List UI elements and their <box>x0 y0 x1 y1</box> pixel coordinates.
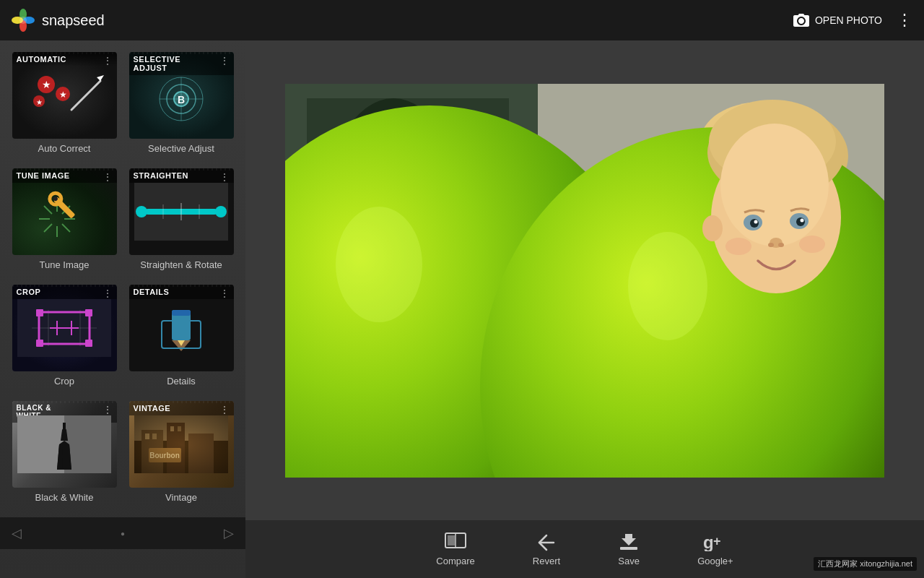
watermark-text: 汇西龙网家 xitongzhijia.net <box>818 559 912 568</box>
svg-point-4 <box>19 17 27 24</box>
more-options-icon[interactable]: ⋮ <box>897 11 912 30</box>
save-label: Save <box>618 556 640 566</box>
svg-line-23 <box>44 206 52 214</box>
tool-item-selective-adjust[interactable]: SELECTIVEADJUST ⋮ B <box>123 46 240 163</box>
tool-name-auto-correct: Auto Correct <box>38 143 91 154</box>
svg-line-26 <box>44 224 52 232</box>
details-art <box>134 299 228 357</box>
revert-label: Revert <box>533 556 560 566</box>
tool-item-bw[interactable]: BLACK &WHITE ⋮ <box>6 395 123 512</box>
sidebar-nav-dot: ● <box>121 530 125 538</box>
tool-item-tune-image[interactable]: TUNE IMAGE ⋮ <box>6 163 123 279</box>
tool-name-bw: Black & White <box>35 492 94 503</box>
svg-rect-52 <box>172 310 191 316</box>
googleplus-button[interactable]: g + Google+ <box>697 532 733 566</box>
topbar-right: OPEN PHOTO ⋮ <box>793 11 912 30</box>
save-icon <box>618 532 640 551</box>
vintage-art: Bourbon <box>134 415 228 473</box>
svg-text:★: ★ <box>36 98 43 106</box>
tool-thumb-crop: CROP ⋮ <box>12 285 117 371</box>
selective-art: B <box>138 66 225 124</box>
svg-point-104 <box>628 232 707 340</box>
watermark: 汇西龙网家 xitongzhijia.net <box>814 557 917 571</box>
svg-rect-43 <box>85 309 92 316</box>
svg-rect-64 <box>60 448 69 449</box>
svg-point-119 <box>799 236 825 253</box>
tool-thumb-bw: BLACK &WHITE ⋮ <box>12 401 117 488</box>
save-button[interactable]: Save <box>618 532 640 566</box>
sidebar-nav-right[interactable]: ▷ <box>224 525 234 541</box>
content-area: Compare Revert Save g + <box>245 40 924 578</box>
tune-art <box>21 183 108 241</box>
compare-icon <box>445 532 466 551</box>
photo-canvas <box>285 84 884 478</box>
svg-point-112 <box>796 217 805 226</box>
svg-text:+: + <box>713 534 721 548</box>
svg-rect-57 <box>17 415 64 473</box>
tool-item-crop[interactable]: CROP ⋮ <box>6 279 123 395</box>
sidebar: AUTOMATIC ⋮ ★ ★ ★ <box>0 40 245 578</box>
svg-point-120 <box>702 215 723 241</box>
svg-point-113 <box>754 220 758 223</box>
tool-item-details[interactable]: DETAILS ⋮ <box>123 279 240 395</box>
open-photo-button[interactable]: OPEN PHOTO <box>793 14 882 27</box>
straighten-art <box>134 183 228 241</box>
auto-correct-art: ★ ★ ★ <box>21 66 108 124</box>
tool-thumb-straighten: STRAIGHTEN ⋮ <box>129 168 234 255</box>
tool-name-vintage: Vintage <box>165 492 197 503</box>
tool-item-straighten[interactable]: STRAIGHTEN ⋮ <box>123 163 240 279</box>
svg-point-108 <box>720 124 829 246</box>
svg-point-114 <box>801 218 804 222</box>
svg-line-24 <box>62 224 70 232</box>
tool-item-vintage[interactable]: VINTAGE ⋮ <box>123 395 240 512</box>
thumb-inner-vintage: Bourbon <box>129 401 234 488</box>
svg-point-118 <box>725 238 751 255</box>
tool-thumb-details: DETAILS ⋮ <box>129 285 234 371</box>
thumb-inner-bw <box>12 401 117 488</box>
tool-name-straighten: Straighten & Rotate <box>140 259 222 270</box>
svg-text:★: ★ <box>42 79 51 90</box>
thumb-inner-tune <box>12 168 117 255</box>
svg-point-32 <box>136 206 147 217</box>
tool-thumb-auto-correct: AUTOMATIC ⋮ ★ ★ ★ <box>12 52 117 139</box>
svg-rect-124 <box>620 547 637 550</box>
thumb-inner-details <box>129 285 234 371</box>
thumb-inner-auto: ★ ★ ★ <box>12 52 117 139</box>
bw-art <box>17 415 111 473</box>
revert-button[interactable]: Revert <box>533 532 560 566</box>
revert-icon <box>536 532 557 551</box>
svg-text:g: g <box>703 532 714 551</box>
open-photo-label: OPEN PHOTO <box>815 14 882 26</box>
compare-label: Compare <box>436 556 474 566</box>
thumb-inner-selective: B <box>129 52 234 139</box>
tool-item-auto-correct[interactable]: AUTOMATIC ⋮ ★ ★ ★ <box>6 46 123 163</box>
tools-grid: AUTOMATIC ⋮ ★ ★ ★ <box>0 40 245 517</box>
svg-rect-45 <box>85 340 92 347</box>
svg-point-33 <box>215 206 227 217</box>
svg-line-11 <box>71 81 100 110</box>
svg-point-102 <box>336 207 422 322</box>
svg-point-117 <box>778 243 784 247</box>
tool-thumb-vintage: VINTAGE ⋮ <box>129 401 234 488</box>
thumb-inner-straighten <box>129 168 234 255</box>
photo-frame <box>285 84 884 478</box>
svg-point-111 <box>750 219 759 228</box>
googleplus-label: Google+ <box>697 556 733 566</box>
app-logo: snapseed <box>12 9 105 32</box>
compare-button[interactable]: Compare <box>436 532 474 566</box>
tool-name-details: Details <box>167 376 196 387</box>
svg-rect-44 <box>36 340 43 347</box>
topbar: snapseed OPEN PHOTO ⋮ <box>0 0 924 40</box>
tool-name-selective: Selective Adjust <box>148 143 214 154</box>
snapseed-logo-icon <box>12 9 35 32</box>
sidebar-nav-left[interactable]: ◁ <box>12 525 22 541</box>
svg-rect-60 <box>63 423 66 428</box>
svg-point-116 <box>768 243 774 247</box>
svg-rect-42 <box>36 309 43 316</box>
svg-marker-12 <box>97 75 104 81</box>
googleplus-icon: g + <box>703 532 728 551</box>
svg-rect-122 <box>448 535 455 545</box>
svg-rect-77 <box>134 415 228 473</box>
photo-area <box>245 40 924 520</box>
tool-name-tune: Tune Image <box>40 259 90 270</box>
